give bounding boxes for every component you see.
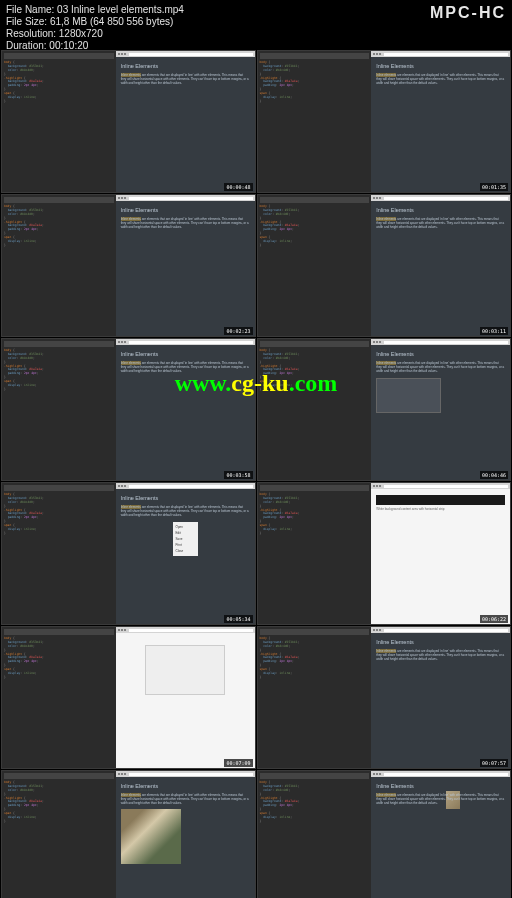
browser-preview-panel: White background content area with horiz… [371, 483, 510, 624]
thumbnail[interactable]: body { background: #353b41; color: #b8c4… [1, 50, 256, 193]
code-editor-panel: body { background: #353b41; color: #b8c4… [2, 627, 116, 768]
code-editor-panel: body { background: #353b41; color: #b8c4… [258, 483, 372, 624]
code-editor-panel: body { background: #353b41; color: #b8c4… [258, 339, 372, 480]
code-editor-panel: body { background: #353b41; color: #b8c4… [2, 195, 116, 336]
browser-preview-panel: Inline Elements Inline elements are elem… [116, 51, 255, 192]
timestamp-label: 00:07:09 [224, 759, 252, 767]
content-title: Inline Elements [376, 63, 505, 69]
timestamp-label: 00:05:34 [224, 615, 252, 623]
thumbnail[interactable]: body { background: #353b41; color: #b8c4… [1, 770, 256, 898]
watermark-suffix: .com [289, 370, 338, 396]
timestamp-label: 00:01:35 [480, 183, 508, 191]
browser-preview-panel: Inline Elements Inline elements are elem… [116, 195, 255, 336]
content-title: Inline Elements [121, 207, 250, 213]
thumbnail[interactable]: body { background: #353b41; color: #b8c4… [1, 482, 256, 625]
thumbnail[interactable]: body { background: #353b41; color: #b8c4… [1, 194, 256, 337]
browser-preview-panel: Inline Elements Inline elements are elem… [116, 339, 255, 480]
code-editor-panel: body { background: #353b41; color: #b8c4… [2, 339, 116, 480]
watermark-domain: cg-ku [231, 370, 288, 396]
browser-preview-panel: Inline Elements Inline elements are elem… [371, 627, 510, 768]
thumbnail[interactable]: body { background: #353b41; color: #b8c4… [257, 482, 512, 625]
thumbnail[interactable]: body { background: #353b41; color: #b8c4… [1, 338, 256, 481]
code-editor-panel: body { background: #353b41; color: #b8c4… [258, 771, 372, 898]
thumbnail[interactable]: body { background: #353b41; color: #b8c4… [257, 194, 512, 337]
thumbnail[interactable]: body { background: #353b41; color: #b8c4… [257, 338, 512, 481]
browser-preview-panel [116, 627, 255, 768]
timestamp-label: 00:02:23 [224, 327, 252, 335]
timestamp-label: 00:03:58 [224, 471, 252, 479]
code-editor-panel: body { background: #353b41; color: #b8c4… [258, 195, 372, 336]
thumbnail[interactable]: body { background: #353b41; color: #b8c4… [257, 626, 512, 769]
file-info-header: File Name: 03 Inline level elements.mp4 … [0, 0, 512, 50]
content-title: Inline Elements [376, 351, 505, 357]
timestamp-label: 00:00:48 [224, 183, 252, 191]
browser-preview-panel: Inline Elements Inline elements are elem… [371, 339, 510, 480]
browser-preview-panel: Inline Elements Inline elements are elem… [371, 51, 510, 192]
timestamp-label: 00:06:22 [480, 615, 508, 623]
code-editor-panel: body { background: #353b41; color: #b8c4… [258, 627, 372, 768]
content-title: Inline Elements [376, 639, 505, 645]
resolution: Resolution: 1280x720 [6, 28, 506, 40]
timestamp-label: 00:03:11 [480, 327, 508, 335]
content-title: Inline Elements [121, 63, 250, 69]
timestamp-label: 00:07:57 [480, 759, 508, 767]
app-logo: MPC-HC [430, 4, 506, 22]
thumbnail-grid: body { background: #353b41; color: #b8c4… [0, 50, 512, 898]
code-editor-panel: body { background: #353b41; color: #b8c4… [2, 483, 116, 624]
content-title: Inline Elements [376, 783, 505, 789]
content-title: Inline Elements [121, 351, 250, 357]
watermark-prefix: www. [175, 370, 232, 396]
code-editor-panel: body { background: #353b41; color: #b8c4… [2, 51, 116, 192]
browser-preview-panel: Inline Elements Inline elements are elem… [371, 195, 510, 336]
content-title: Inline Elements [121, 495, 250, 501]
thumbnail[interactable]: body { background: #353b41; color: #b8c4… [257, 770, 512, 898]
thumbnail[interactable]: body { background: #353b41; color: #b8c4… [257, 50, 512, 193]
browser-preview-panel: Inline Elements Inline elements are elem… [116, 483, 255, 624]
watermark: www.cg-ku.com [0, 370, 512, 397]
code-editor-panel: body { background: #353b41; color: #b8c4… [258, 51, 372, 192]
content-title: Inline Elements [121, 783, 250, 789]
browser-preview-panel: Inline Elements Inline elements are elem… [371, 771, 510, 898]
content-title: Inline Elements [376, 207, 505, 213]
code-editor-panel: body { background: #353b41; color: #b8c4… [2, 771, 116, 898]
timestamp-label: 00:04:46 [480, 471, 508, 479]
thumbnail[interactable]: body { background: #353b41; color: #b8c4… [1, 626, 256, 769]
browser-preview-panel: Inline Elements Inline elements are elem… [116, 771, 255, 898]
